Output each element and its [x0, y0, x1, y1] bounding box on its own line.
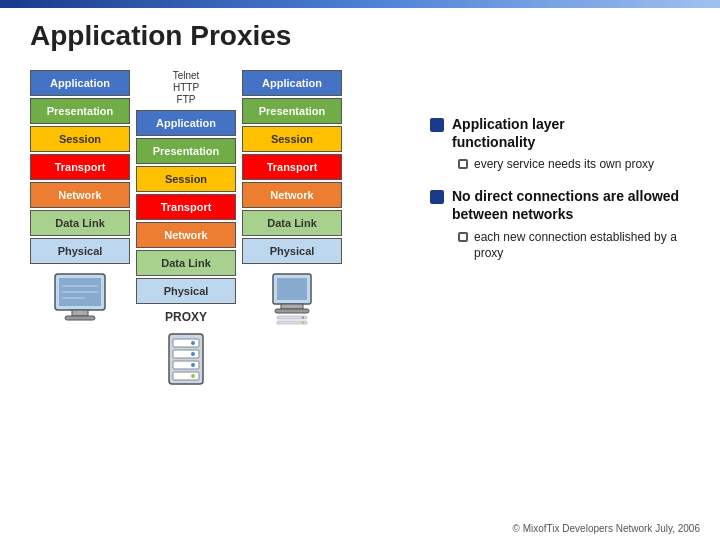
right-session: Session	[242, 126, 342, 152]
right-physical: Physical	[242, 238, 342, 264]
proxy-label: PROXY	[165, 310, 207, 324]
stack-right: Application Presentation Session Transpo…	[242, 70, 342, 327]
bullet-text-2: No direct connections are allowed betwee…	[452, 187, 700, 223]
svg-rect-18	[281, 304, 303, 309]
mid-transport: Transport	[136, 194, 236, 220]
right-presentation: Presentation	[242, 98, 342, 124]
left-datalink: Data Link	[30, 210, 130, 236]
svg-rect-10	[173, 361, 199, 369]
svg-rect-2	[72, 310, 88, 316]
svg-rect-8	[173, 339, 199, 347]
svg-point-13	[191, 352, 195, 356]
page-title: Application Proxies	[30, 20, 291, 52]
bullet-item-1: Application layerfunctionality every ser…	[430, 115, 700, 173]
left-application: Application	[30, 70, 130, 96]
svg-rect-9	[173, 350, 199, 358]
mid-physical: Physical	[136, 278, 236, 304]
svg-point-12	[191, 341, 195, 345]
right-datalink: Data Link	[242, 210, 342, 236]
top-bar-blue	[0, 0, 720, 8]
server-icon-right	[267, 272, 317, 327]
right-network: Network	[242, 182, 342, 208]
left-transport: Transport	[30, 154, 130, 180]
svg-point-15	[191, 374, 195, 378]
computer-icon-left	[50, 272, 110, 332]
stack-middle: TelnetHTTPFTP Application Presentation S…	[136, 70, 236, 387]
bullet-dot-2	[430, 190, 444, 204]
svg-point-22	[302, 317, 304, 319]
proxy-top-label: TelnetHTTPFTP	[173, 70, 200, 106]
server-icon-middle	[161, 332, 211, 387]
sub-bullet-dot-2	[458, 232, 468, 242]
sub-bullet-dot-1	[458, 159, 468, 169]
left-network: Network	[30, 182, 130, 208]
left-physical: Physical	[30, 238, 130, 264]
mid-application: Application	[136, 110, 236, 136]
svg-rect-19	[275, 309, 309, 313]
sub-bullet-text-1: every service needs its own proxy	[474, 156, 654, 173]
left-presentation: Presentation	[30, 98, 130, 124]
left-session: Session	[30, 126, 130, 152]
mid-datalink: Data Link	[136, 250, 236, 276]
mid-session: Session	[136, 166, 236, 192]
mid-presentation: Presentation	[136, 138, 236, 164]
stack-left: Application Presentation Session Transpo…	[30, 70, 130, 332]
right-transport: Transport	[242, 154, 342, 180]
bullet-item-2: No direct connections are allowed betwee…	[430, 187, 700, 262]
mid-network: Network	[136, 222, 236, 248]
bullets-area: Application layerfunctionality every ser…	[430, 115, 700, 272]
svg-point-14	[191, 363, 195, 367]
svg-point-23	[302, 322, 304, 324]
svg-rect-3	[65, 316, 95, 320]
sub-bullet-1: every service needs its own proxy	[458, 156, 654, 173]
footer: © MixofTix Developers Network July, 2006	[513, 523, 700, 534]
sub-bullet-text-2: each new connection established by a pro…	[474, 229, 700, 263]
stacks-area: Application Presentation Session Transpo…	[30, 70, 342, 387]
bullet-text-1: Application layerfunctionality	[452, 115, 654, 151]
svg-rect-17	[277, 278, 307, 300]
bullet-dot-1	[430, 118, 444, 132]
sub-bullet-2: each new connection established by a pro…	[458, 229, 700, 263]
svg-rect-11	[173, 372, 199, 380]
right-application: Application	[242, 70, 342, 96]
